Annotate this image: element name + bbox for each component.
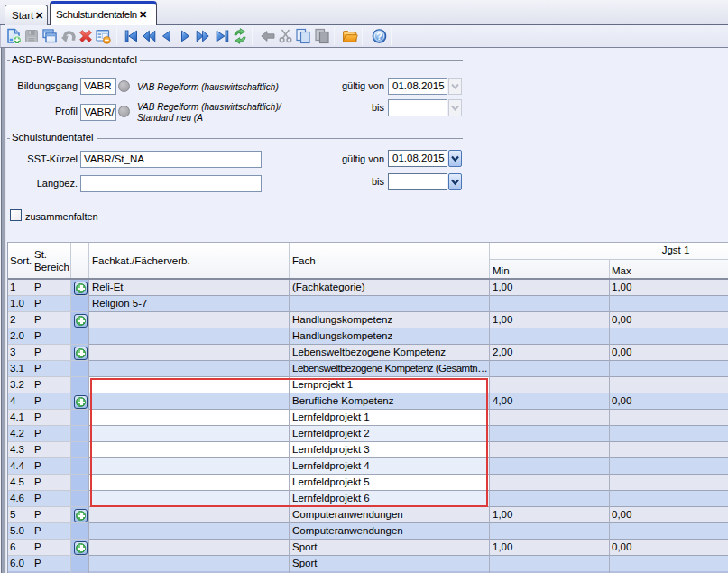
svg-text:?: ? (376, 31, 382, 42)
